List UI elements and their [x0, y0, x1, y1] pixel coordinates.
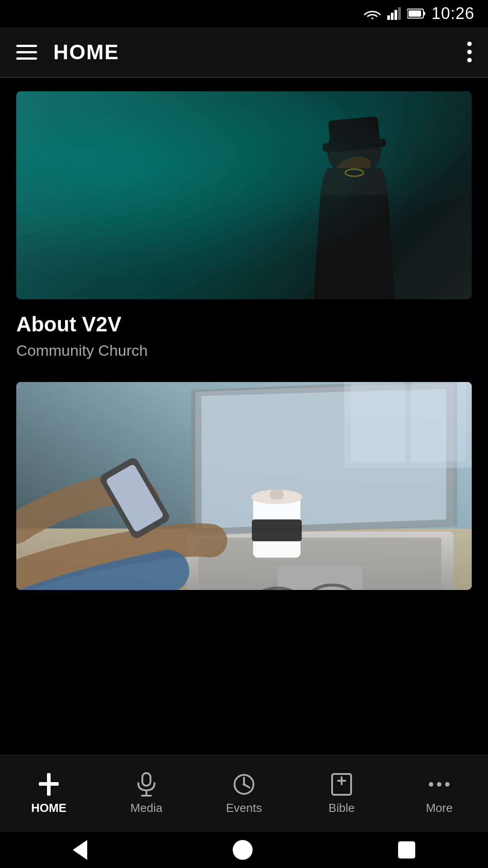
more-nav-icon	[427, 772, 451, 797]
status-bar: 10:26	[0, 0, 488, 27]
media-card-image	[16, 382, 472, 590]
svg-rect-6	[408, 10, 421, 17]
desk-scene	[16, 382, 472, 590]
about-v2v-card[interactable]: About V2V Community Church	[16, 91, 472, 359]
clock-icon	[233, 773, 255, 796]
hamburger-menu-button[interactable]	[16, 45, 37, 60]
recents-square-icon	[398, 841, 415, 859]
home-nav-icon	[37, 772, 61, 797]
svg-rect-32	[350, 382, 405, 462]
bottom-navigation: HOME Media Events	[0, 755, 488, 832]
media-nav-icon	[134, 772, 159, 797]
about-v2v-image	[16, 91, 472, 299]
dots-more-icon	[429, 782, 450, 787]
recents-button[interactable]	[398, 841, 415, 859]
back-button[interactable]	[73, 840, 87, 860]
nav-home[interactable]: HOME	[0, 768, 98, 820]
nav-bible[interactable]: Bible	[293, 768, 390, 820]
svg-point-40	[243, 783, 245, 786]
nav-bible-label: Bible	[328, 801, 355, 815]
wifi-icon	[364, 7, 381, 20]
main-content: About V2V Community Church	[0, 78, 488, 756]
cross-icon	[39, 773, 59, 796]
svg-rect-34	[142, 773, 150, 786]
top-app-bar: HOME	[0, 27, 488, 77]
svg-rect-33	[411, 382, 466, 462]
page-title: HOME	[53, 40, 119, 64]
media-card[interactable]	[16, 382, 472, 590]
svg-rect-21	[252, 519, 301, 541]
system-nav-bar	[0, 832, 488, 868]
svg-rect-23	[270, 490, 284, 500]
nav-more[interactable]: More	[390, 768, 488, 820]
svg-rect-2	[394, 10, 397, 20]
status-time: 10:26	[432, 4, 474, 23]
overflow-menu-button[interactable]	[467, 42, 472, 62]
events-nav-icon	[232, 772, 256, 797]
nav-events-label: Events	[226, 801, 262, 815]
home-circle-icon	[233, 840, 253, 860]
nav-more-label: More	[426, 801, 452, 815]
battery-icon	[407, 8, 425, 19]
bible-nav-icon	[329, 772, 354, 797]
nav-media[interactable]: Media	[98, 768, 195, 820]
back-triangle-icon	[73, 840, 87, 860]
svg-rect-0	[387, 15, 390, 20]
signal-icon	[387, 7, 401, 20]
svg-rect-5	[423, 12, 425, 15]
about-v2v-subtitle: Community Church	[16, 342, 472, 359]
nav-home-label: HOME	[31, 801, 66, 815]
home-button[interactable]	[233, 840, 253, 860]
svg-rect-1	[391, 13, 394, 20]
top-bar-left: HOME	[16, 40, 119, 64]
nav-events[interactable]: Events	[195, 768, 293, 820]
mic-icon	[136, 772, 156, 797]
status-icons: 10:26	[364, 4, 474, 23]
svg-rect-3	[398, 7, 401, 20]
about-v2v-title: About V2V	[16, 312, 472, 336]
nav-media-label: Media	[131, 801, 163, 815]
bible-icon	[331, 773, 352, 796]
